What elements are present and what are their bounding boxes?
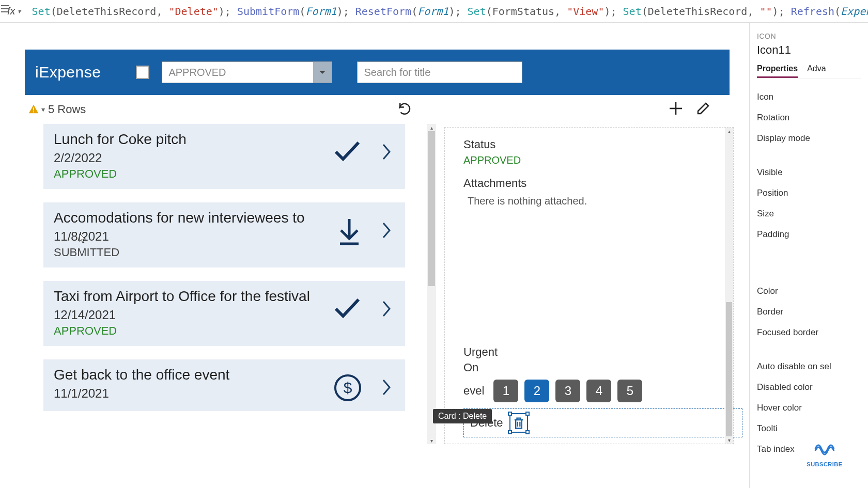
prop-padding[interactable]: Padding [757,224,861,245]
item-status: APPROVED [54,167,395,181]
prop-position[interactable]: Position [757,183,861,203]
tree-chevron-icon[interactable]: ▾ [41,105,45,114]
edit-icon[interactable] [695,101,711,118]
list-item[interactable]: Lunch for Coke pitch2/2/2022APPROVED [43,124,405,189]
status-value: APPROVED [463,154,721,166]
props-tabs: Properties Adva [757,64,861,78]
rating-5[interactable]: 5 [617,380,642,402]
level-label: evel [463,384,484,398]
svg-rect-0 [33,107,34,111]
dropdown-chevron-icon[interactable] [313,62,332,83]
attachments-empty: There is nothing attached. [463,195,721,207]
search-input[interactable] [357,61,522,83]
prop-hover-color[interactable]: Hover color [757,398,861,418]
prop-border[interactable]: Border [757,302,861,322]
item-chevron-icon[interactable] [381,143,392,163]
item-status: APPROVED [54,324,395,338]
item-status-icon: $ [334,374,362,404]
prop-disabled-color[interactable]: Disabled color [757,377,861,398]
prop-rotation[interactable]: Rotation [757,107,861,128]
item-status-icon [333,138,362,166]
prop-toolti[interactable]: Toolti [757,418,861,439]
canvas-area: iExpense APPROVED ▾ 5 Rows [0,23,749,488]
list-item[interactable]: Get back to the office event11/1/2021$ [43,359,405,411]
subscribe-watermark: SUBSCRIBE [804,438,845,467]
props-category: ICON [757,32,861,40]
tooltip: Card : Delete [433,409,492,423]
props-name: Icon11 [757,43,861,57]
item-chevron-icon[interactable] [381,300,392,320]
rows-count: 5 Rows [48,103,86,116]
detail-pane: Status APPROVED Attachments There is not… [444,127,734,444]
prop-focused-border[interactable]: Focused border [757,322,861,343]
warning-icon [28,104,39,115]
expense-list: Lunch for Coke pitch2/2/2022APPROVEDAcco… [43,124,436,444]
prop-color[interactable]: Color [757,281,861,302]
item-status-icon [337,217,362,248]
prop-auto-disable-on-sel[interactable]: Auto disable on sel [757,356,861,377]
subscribe-text: SUBSCRIBE [804,461,845,467]
rating-4[interactable]: 4 [586,380,611,402]
rating-3[interactable]: 3 [555,380,580,402]
svg-text:$: $ [344,379,352,396]
item-chevron-icon[interactable] [381,221,392,242]
tab-properties[interactable]: Properties [757,64,798,78]
rating-row: evel 12345 [463,380,725,402]
app-header: iExpense APPROVED [25,50,730,95]
formula-text[interactable]: Set(DeleteThisRecord, "Delete"); SubmitF… [32,5,868,18]
status-dropdown[interactable]: APPROVED [162,61,332,83]
tab-advanced[interactable]: Adva [807,64,826,78]
item-status-icon [333,295,362,323]
refresh-icon[interactable] [397,101,412,118]
detail-scrollbar[interactable]: ▴▾ [725,128,733,444]
app-title: iExpense [35,64,101,81]
formula-bar: fx▾ Set(DeleteThisRecord, "Delete"); Sub… [0,0,868,23]
app-frame: iExpense APPROVED ▾ 5 Rows [25,50,730,447]
properties-panel: ICON Icon11 Properties Adva IconRotation… [749,23,868,488]
svg-rect-1 [33,112,34,113]
urgent-value: On [463,361,725,374]
status-label: Status [463,138,721,151]
rating-2[interactable]: 2 [524,380,549,402]
item-chevron-icon[interactable] [381,378,392,399]
filter-checkbox[interactable] [136,66,149,79]
add-icon[interactable] [668,100,684,119]
trash-icon[interactable] [509,413,528,433]
dropdown-value: APPROVED [168,67,226,78]
hamburger-icon[interactable] [1,5,9,12]
list-toolbar: ▾ 5 Rows [25,95,730,124]
urgent-label: Urgent [463,345,725,359]
list-item[interactable]: Accomodations for new interviewees to11/… [43,202,405,267]
list-item[interactable]: Taxi from Airport to Office for the fest… [43,281,405,346]
prop-size[interactable]: Size [757,203,861,224]
delete-card[interactable]: Delete [463,408,742,437]
prop-display-mode[interactable]: Display mode [757,128,861,149]
list-scrollbar[interactable]: ▴▾ [427,124,436,444]
prop-icon[interactable]: Icon [757,87,861,107]
attachments-label: Attachments [463,177,721,190]
rating-1[interactable]: 1 [493,380,518,402]
prop-visible[interactable]: Visible [757,162,861,183]
